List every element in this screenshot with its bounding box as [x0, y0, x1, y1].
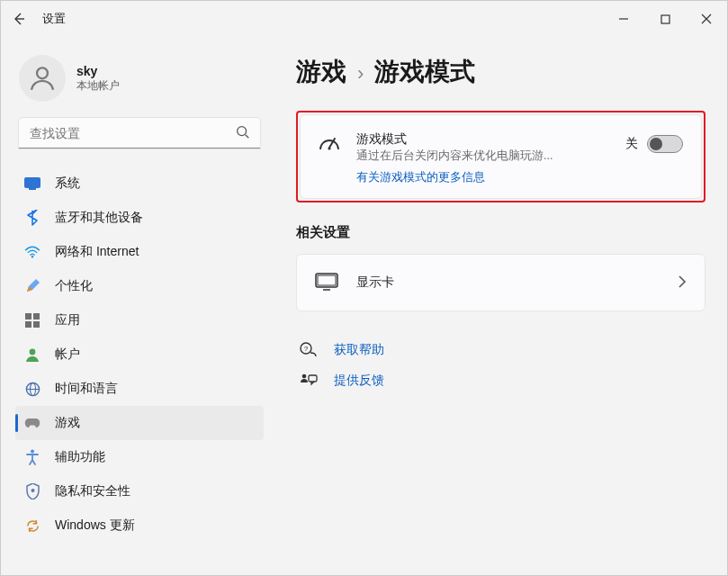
- avatar: [19, 55, 66, 102]
- personalize-icon: [24, 278, 40, 294]
- search-icon[interactable]: [235, 124, 251, 143]
- sidebar-item-label: 时间和语言: [55, 381, 118, 397]
- svg-point-20: [302, 374, 307, 379]
- svg-point-2: [238, 127, 247, 136]
- network-icon: [24, 244, 40, 260]
- search-box: [19, 118, 260, 148]
- get-help-link[interactable]: ? 获取帮助: [296, 335, 706, 365]
- time-lang-icon: [24, 381, 40, 397]
- sidebar-item-apps[interactable]: 应用: [15, 303, 264, 338]
- minimize-button[interactable]: [603, 1, 644, 37]
- sidebar-item-accounts[interactable]: 帐户: [15, 338, 264, 372]
- maximize-button[interactable]: [644, 1, 686, 37]
- svg-rect-8: [25, 321, 31, 328]
- display-adapter-label: 显示卡: [356, 274, 394, 291]
- chevron-right-icon: [678, 275, 687, 291]
- back-arrow-icon: [12, 12, 26, 26]
- svg-text:?: ?: [304, 345, 309, 353]
- system-icon: [24, 176, 40, 192]
- sidebar-item-label: 隐私和安全性: [55, 483, 130, 500]
- game-mode-texts: 游戏模式 通过在后台关闭内容来优化电脑玩游... 有关游戏模式的更多信息: [356, 131, 609, 185]
- sidebar-item-accessibility[interactable]: 辅助功能: [15, 440, 264, 474]
- game-mode-title: 游戏模式: [356, 131, 609, 148]
- user-texts: sky 本地帐户: [76, 64, 120, 94]
- sidebar-item-system[interactable]: 系统: [15, 166, 264, 201]
- gaming-icon: [24, 415, 40, 431]
- user-subtitle: 本地帐户: [76, 78, 120, 94]
- sidebar-item-label: 应用: [55, 312, 80, 328]
- help-icon: ?: [300, 342, 318, 358]
- close-button[interactable]: [686, 1, 727, 37]
- breadcrumb-parent[interactable]: 游戏: [296, 55, 346, 89]
- nav-list: 系统 蓝牙和其他设备 网络和 Internet 个性化 应用 帐户: [15, 166, 264, 543]
- related-heading: 相关设置: [296, 224, 706, 241]
- sidebar-item-label: 个性化: [55, 278, 93, 294]
- svg-rect-6: [25, 313, 31, 320]
- feedback-label: 提供反馈: [334, 373, 384, 389]
- sidebar: sky 本地帐户 系统 蓝牙和其他设备 网络和 Internet: [1, 37, 271, 575]
- update-icon: [24, 518, 40, 534]
- svg-point-14: [31, 489, 34, 492]
- sidebar-item-label: 帐户: [55, 346, 80, 363]
- game-mode-info-link[interactable]: 有关游戏模式的更多信息: [356, 169, 485, 185]
- display-adapter-link[interactable]: 显示卡: [296, 254, 706, 311]
- feedback-link[interactable]: 提供反馈: [296, 365, 706, 396]
- breadcrumb: 游戏 › 游戏模式: [296, 55, 706, 89]
- apps-icon: [24, 312, 40, 328]
- breadcrumb-sep: ›: [357, 62, 364, 86]
- person-icon: [27, 63, 58, 94]
- svg-point-13: [31, 450, 34, 454]
- svg-rect-9: [33, 321, 40, 328]
- speedometer-icon: [319, 133, 340, 154]
- feedback-icon: [300, 373, 318, 389]
- sidebar-item-gaming[interactable]: 游戏: [15, 406, 264, 440]
- svg-rect-17: [318, 275, 336, 285]
- game-mode-card: 游戏模式 通过在后台关闭内容来优化电脑玩游... 有关游戏模式的更多信息 关: [300, 114, 702, 199]
- maximize-icon: [661, 14, 670, 24]
- user-name: sky: [76, 64, 120, 78]
- display-icon: [315, 273, 338, 293]
- window-controls: [603, 1, 727, 37]
- app-title: 设置: [42, 11, 66, 27]
- sidebar-item-label: 网络和 Internet: [55, 244, 139, 260]
- game-mode-toggle[interactable]: [647, 135, 683, 153]
- sidebar-item-bluetooth[interactable]: 蓝牙和其他设备: [15, 201, 264, 235]
- sidebar-item-time-language[interactable]: 时间和语言: [15, 372, 264, 406]
- game-mode-desc: 通过在后台关闭内容来优化电脑玩游...: [356, 148, 609, 164]
- svg-point-1: [37, 68, 48, 78]
- svg-rect-4: [29, 188, 36, 190]
- accessibility-icon: [24, 449, 40, 465]
- get-help-label: 获取帮助: [334, 342, 384, 358]
- svg-rect-0: [661, 15, 670, 23]
- titlebar: 设置: [1, 1, 727, 37]
- game-mode-toggle-group: 关: [625, 135, 683, 153]
- minimize-icon: [618, 14, 629, 24]
- sidebar-item-label: 辅助功能: [55, 449, 105, 465]
- sidebar-item-personalize[interactable]: 个性化: [15, 269, 264, 303]
- main-content: 游戏 › 游戏模式 游戏模式 通过在后台关闭内容来优化电脑玩游... 有关游戏模…: [271, 37, 727, 575]
- sidebar-item-label: 游戏: [55, 415, 80, 431]
- accounts-icon: [24, 346, 40, 363]
- sidebar-item-label: Windows 更新: [55, 518, 135, 534]
- svg-rect-7: [33, 313, 40, 320]
- back-button[interactable]: [1, 1, 37, 37]
- svg-rect-3: [24, 177, 40, 188]
- sidebar-item-privacy[interactable]: 隐私和安全性: [15, 474, 264, 508]
- user-block[interactable]: sky 本地帐户: [15, 51, 264, 116]
- toggle-knob: [650, 138, 662, 150]
- sidebar-item-update[interactable]: Windows 更新: [15, 508, 264, 543]
- search-input[interactable]: [19, 118, 260, 148]
- svg-point-10: [30, 349, 36, 356]
- sidebar-item-network[interactable]: 网络和 Internet: [15, 235, 264, 269]
- sidebar-item-label: 蓝牙和其他设备: [55, 210, 143, 226]
- page-title: 游戏模式: [374, 55, 475, 89]
- privacy-icon: [24, 483, 40, 500]
- game-mode-state-label: 关: [625, 136, 638, 152]
- sidebar-item-label: 系统: [55, 176, 80, 192]
- highlight-box: 游戏模式 通过在后台关闭内容来优化电脑玩游... 有关游戏模式的更多信息 关: [296, 111, 706, 202]
- close-icon: [701, 14, 712, 24]
- svg-point-5: [31, 256, 33, 257]
- svg-rect-21: [309, 375, 317, 382]
- svg-point-15: [328, 147, 330, 149]
- bluetooth-icon: [24, 210, 40, 226]
